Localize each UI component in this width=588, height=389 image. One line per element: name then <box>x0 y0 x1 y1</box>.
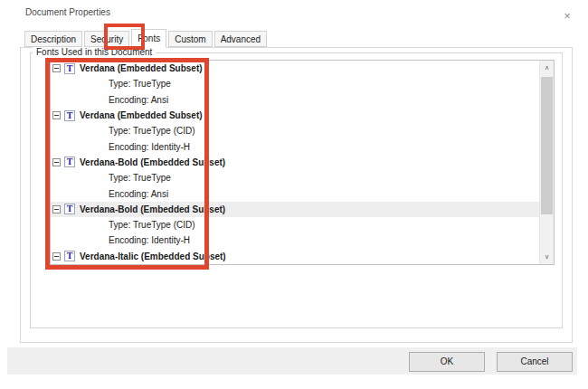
vertical-scrollbar[interactable]: ∧ ∨ <box>539 61 554 264</box>
font-encoding-row[interactable]: Encoding: Identity-H <box>51 138 539 154</box>
fonts-used-list: T Verdana (Embedded Subset) Type: TrueTy… <box>50 60 555 265</box>
font-encoding-label: Encoding: Identity-H <box>109 235 190 245</box>
font-encoding-label: Encoding: Ansi <box>109 189 168 199</box>
font-name: Verdana-Bold (Embedded Subset) <box>80 204 225 214</box>
font-type-row[interactable]: Type: TrueType (CID) <box>51 123 539 138</box>
dialog-title: Document Properties <box>25 7 110 17</box>
document-properties-dialog: Document Properties × Description Securi… <box>0 0 588 389</box>
truetype-font-icon: T <box>64 157 75 167</box>
font-type-row[interactable]: Type: TrueType <box>51 76 539 91</box>
tab-description[interactable]: Description <box>24 31 82 47</box>
truetype-font-icon: T <box>64 204 75 214</box>
font-type-label: Type: TrueType (CID) <box>109 220 195 230</box>
collapse-minus-icon[interactable] <box>52 111 61 119</box>
font-encoding-row[interactable]: Encoding: Ansi <box>51 185 539 201</box>
truetype-font-icon: T <box>64 251 75 261</box>
font-tree-item[interactable]: T Verdana-Italic (Embedded Subset) <box>51 249 539 264</box>
font-name: Verdana-Italic (Embedded Subset) <box>80 251 226 261</box>
font-tree: T Verdana (Embedded Subset) Type: TrueTy… <box>51 61 539 264</box>
scrollbar-thumb[interactable] <box>541 77 553 214</box>
tab-strip: Description Security Fonts Custom Advanc… <box>24 29 269 47</box>
collapse-minus-icon[interactable] <box>52 205 61 213</box>
dialog-footer <box>7 347 577 375</box>
font-name: Verdana (Embedded Subset) <box>80 110 203 120</box>
tab-advanced[interactable]: Advanced <box>214 31 267 47</box>
groupbox-label: Fonts Used in this Document <box>33 47 156 57</box>
font-tree-item[interactable]: T Verdana (Embedded Subset) <box>51 61 539 76</box>
font-encoding-label: Encoding: Identity-H <box>109 142 190 152</box>
scroll-up-icon[interactable]: ∧ <box>540 61 554 75</box>
font-type-label: Type: TrueType (CID) <box>109 126 195 136</box>
tab-security[interactable]: Security <box>84 31 129 47</box>
collapse-minus-icon[interactable] <box>52 64 61 72</box>
font-tree-item[interactable]: T Verdana-Bold (Embedded Subset) <box>51 155 539 170</box>
cancel-button[interactable]: Cancel <box>497 352 573 372</box>
close-icon[interactable]: × <box>557 8 577 24</box>
font-name: Verdana-Bold (Embedded Subset) <box>80 157 225 167</box>
font-type-label: Type: TrueType <box>109 173 171 183</box>
font-type-row[interactable]: Type: TrueType (CID) <box>51 217 539 232</box>
tab-custom[interactable]: Custom <box>168 31 212 47</box>
font-tree-item[interactable]: T Verdana-Bold (Embedded Subset) <box>51 202 539 217</box>
font-type-row[interactable]: Type: TrueType <box>51 170 539 185</box>
font-tree-item[interactable]: T Verdana (Embedded Subset) <box>51 108 539 123</box>
font-encoding-row[interactable]: Encoding: Ansi <box>51 92 539 108</box>
truetype-font-icon: T <box>64 63 75 74</box>
tab-fonts[interactable]: Fonts <box>131 29 166 48</box>
font-encoding-row[interactable]: Encoding: Identity-H <box>51 232 539 248</box>
ok-button[interactable]: OK <box>409 352 485 372</box>
font-encoding-label: Encoding: Ansi <box>109 95 168 105</box>
font-name: Verdana (Embedded Subset) <box>80 63 203 73</box>
collapse-minus-icon[interactable] <box>52 252 61 261</box>
collapse-minus-icon[interactable] <box>52 158 61 166</box>
truetype-font-icon: T <box>64 110 75 121</box>
scroll-down-icon[interactable]: ∨ <box>540 250 554 264</box>
font-type-label: Type: TrueType <box>109 79 171 89</box>
